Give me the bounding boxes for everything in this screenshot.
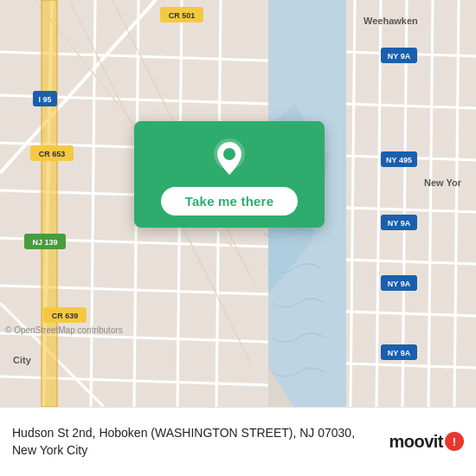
svg-text:NY 9A: NY 9A	[388, 280, 411, 288]
svg-text:CR 653: CR 653	[39, 150, 66, 158]
navigation-card: Take me there	[134, 121, 325, 228]
moovit-logo-text: moovit	[389, 432, 443, 452]
svg-text:NY 9A: NY 9A	[388, 52, 411, 61]
moovit-logo: moovit !	[389, 432, 464, 452]
location-pin-icon	[209, 137, 250, 178]
svg-text:Weehawken: Weehawken	[363, 16, 418, 26]
svg-point-61	[223, 148, 235, 160]
svg-rect-20	[42, 0, 57, 407]
copyright-text: © OpenStreetMap contributors	[5, 325, 123, 335]
map-area: CR 501 I 95 CR 653 NJ 139 CR 639 NY 9A N…	[0, 0, 476, 407]
address-text: Hudson St 2nd, Hoboken (WASHINGTON STREE…	[12, 425, 380, 459]
moovit-logo-dot: !	[445, 432, 464, 451]
address-label: Hudson St 2nd, Hoboken (WASHINGTON STREE…	[12, 426, 355, 457]
svg-text:CR 639: CR 639	[52, 312, 79, 320]
take-me-there-button[interactable]: Take me there	[161, 187, 298, 215]
bottom-bar: Hudson St 2nd, Hoboken (WASHINGTON STREE…	[0, 407, 476, 476]
svg-text:NY 9A: NY 9A	[388, 219, 411, 228]
svg-text:NY 9A: NY 9A	[388, 349, 411, 357]
svg-text:CR 501: CR 501	[169, 11, 196, 20]
svg-text:City: City	[13, 355, 32, 365]
svg-text:NJ 139: NJ 139	[32, 238, 57, 247]
svg-text:NY 495: NY 495	[386, 156, 412, 164]
svg-text:I 95: I 95	[38, 95, 51, 104]
moovit-logo-dot-inner: !	[453, 436, 456, 447]
svg-text:New Yor: New Yor	[424, 177, 462, 188]
